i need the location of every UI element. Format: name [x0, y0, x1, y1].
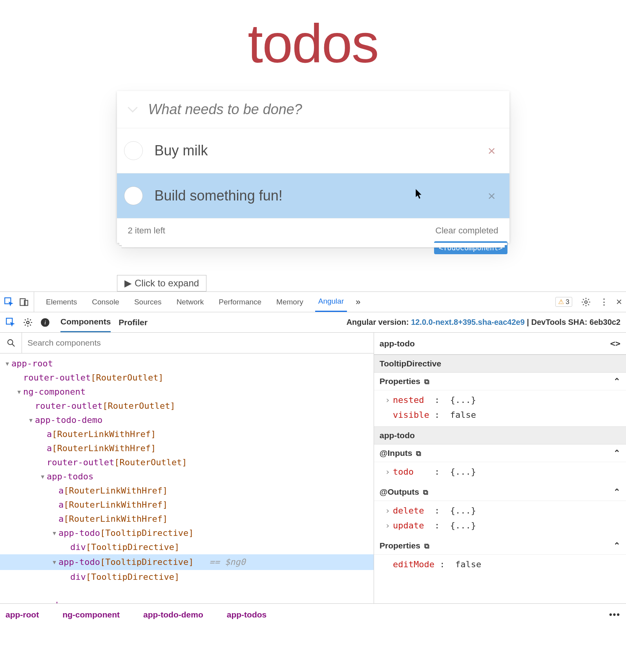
chevron-right-icon[interactable]: ›	[385, 518, 393, 533]
tree-node[interactable]: ▾app-todo[TooltipDirective] == $ng0	[0, 554, 374, 570]
component-tag: a	[47, 443, 52, 453]
tree-node[interactable]: a[RouterLinkWithHref]	[0, 441, 374, 455]
property-key: delete	[393, 506, 424, 515]
tree-node[interactable]: app-heavy	[0, 598, 374, 603]
view-source-icon[interactable]: <>	[610, 339, 621, 348]
chevron-down-icon[interactable]: ▾	[40, 470, 46, 484]
chevron-right-icon[interactable]: ›	[385, 503, 393, 518]
tree-node[interactable]: div[TooltipDirective]	[0, 540, 374, 554]
expand-label: Click to expand	[135, 278, 199, 289]
component-search-input[interactable]	[22, 338, 374, 348]
chevron-up-icon[interactable]: ⌃	[613, 541, 621, 550]
tab-sources[interactable]: Sources	[131, 292, 165, 312]
property-row[interactable]: editMode : false	[385, 557, 621, 572]
chevron-up-icon[interactable]: ⌃	[613, 487, 621, 497]
settings-gear-icon[interactable]	[23, 317, 33, 328]
tab-memory[interactable]: Memory	[273, 292, 307, 312]
tree-node[interactable]: a[RouterLinkWithHref]	[0, 498, 374, 512]
property-row[interactable]: ›nested : {...}	[385, 393, 621, 408]
chevron-down-icon[interactable]: ▾	[16, 385, 22, 399]
property-row[interactable]: ›todo : {...}	[385, 464, 621, 479]
tree-node[interactable]: a[RouterLinkWithHref]	[0, 484, 374, 498]
angular-body: ▾app-rootrouter-outlet[RouterOutlet]▾ng-…	[0, 333, 626, 603]
tree-node[interactable]: ▾app-todo-demo	[0, 413, 374, 427]
tab-angular[interactable]: Angular	[315, 292, 347, 312]
todo-label[interactable]: Build something fun!	[155, 188, 488, 204]
component-breadcrumbs: app-root ng-component app-todo-demo app-…	[0, 603, 626, 625]
device-toolbar-icon[interactable]	[19, 297, 29, 307]
open-external-icon[interactable]: ⧉	[423, 488, 428, 496]
chevron-right-icon[interactable]: ›	[385, 464, 393, 479]
todo-checkbox[interactable]	[124, 186, 143, 205]
angular-tab-profiler[interactable]: Profiler	[119, 312, 148, 332]
tree-node[interactable]: a[RouterLinkWithHref]	[0, 512, 374, 526]
tree-node[interactable]: router-outlet[RouterOutlet]	[0, 371, 374, 385]
inspect-element-icon[interactable]	[4, 297, 14, 307]
svg-line-9	[12, 344, 14, 346]
todo-item[interactable]: Build something fun! ×	[117, 173, 509, 219]
property-group-header[interactable]: @Inputs ⧉⌃	[374, 444, 626, 462]
tree-node[interactable]: ▾app-todo[TooltipDirective]	[0, 526, 374, 540]
warnings-badge[interactable]: ⚠3	[555, 297, 572, 307]
property-group-header[interactable]: @Outputs ⧉⌃	[374, 483, 626, 501]
property-value: : {...}	[424, 506, 476, 515]
property-group-header[interactable]: Properties ⧉⌃	[374, 537, 626, 555]
property-row[interactable]: visible : false	[385, 408, 621, 423]
chevron-up-icon[interactable]: ⌃	[613, 377, 621, 386]
angular-version-link[interactable]: 12.0.0-next.8+395.sha-eac42e9	[411, 318, 525, 326]
breadcrumb-item[interactable]: app-root	[5, 610, 39, 619]
click-to-expand-button[interactable]: ▶ Click to expand	[117, 275, 206, 291]
tab-console[interactable]: Console	[89, 292, 122, 312]
search-icon[interactable]	[0, 333, 22, 353]
property-row[interactable]: ›delete : {...}	[385, 503, 621, 518]
open-external-icon[interactable]: ⧉	[424, 378, 429, 386]
property-list: ›nested : {...}visible : false	[374, 390, 626, 426]
breadcrumb-item[interactable]: app-todo-demo	[143, 610, 203, 619]
chevron-up-icon[interactable]: ⌃	[613, 448, 621, 458]
toggle-all-icon[interactable]	[117, 106, 148, 113]
tree-node[interactable]: a[RouterLinkWithHref]	[0, 427, 374, 441]
inspect-component-icon[interactable]	[5, 317, 16, 328]
open-external-icon[interactable]: ⧉	[424, 542, 429, 550]
tabs-overflow-icon[interactable]: »	[356, 297, 360, 307]
todo-footer: 2 item left Clear completed	[117, 219, 509, 243]
clear-completed-button[interactable]: Clear completed	[435, 226, 498, 236]
breadcrumb-overflow-icon[interactable]: •••	[609, 610, 621, 620]
tree-node[interactable]: router-outlet[RouterOutlet]	[0, 399, 374, 413]
chevron-down-icon[interactable]: ▾	[28, 413, 34, 427]
tree-node[interactable]	[0, 584, 374, 598]
component-tree[interactable]: ▾app-rootrouter-outlet[RouterOutlet]▾ng-…	[0, 353, 374, 603]
chevron-right-icon[interactable]: ›	[385, 393, 393, 408]
todo-label[interactable]: Buy milk	[155, 142, 488, 159]
tab-elements[interactable]: Elements	[43, 292, 80, 312]
tab-network[interactable]: Network	[173, 292, 207, 312]
settings-icon[interactable]	[581, 297, 591, 307]
property-row[interactable]: ›update : {...}	[385, 518, 621, 533]
chevron-down-icon[interactable]: ▾	[52, 526, 57, 540]
tab-performance[interactable]: Performance	[215, 292, 265, 312]
chevron-down-icon[interactable]: ▾	[52, 555, 57, 569]
breadcrumb-item[interactable]: app-todos	[227, 610, 266, 619]
tree-node[interactable]: div[TooltipDirective]	[0, 570, 374, 584]
close-icon[interactable]: ×	[616, 296, 622, 308]
todo-delete-button[interactable]: ×	[488, 188, 496, 204]
tree-node[interactable]: ▾ng-component	[0, 385, 374, 399]
section-title: TooltipDirective	[374, 355, 626, 373]
open-external-icon[interactable]: ⧉	[416, 450, 421, 457]
todo-checkbox[interactable]	[124, 141, 143, 160]
tree-node[interactable]: router-outlet[RouterOutlet]	[0, 455, 374, 470]
todo-delete-button[interactable]: ×	[488, 143, 496, 158]
tree-node[interactable]: ▾app-root	[0, 357, 374, 371]
todo-item[interactable]: Buy milk ×	[117, 128, 509, 173]
info-icon[interactable]: i	[40, 317, 50, 328]
new-todo-input[interactable]	[148, 101, 509, 118]
property-value: : false	[429, 410, 476, 420]
tree-node[interactable]: ▾app-todos	[0, 470, 374, 484]
chevron-down-icon[interactable]: ▾	[5, 357, 10, 371]
property-group-header[interactable]: Properties ⧉⌃	[374, 373, 626, 390]
kebab-menu-icon[interactable]: ⋮	[600, 297, 608, 307]
property-value: : {...}	[424, 521, 476, 530]
breadcrumb-item[interactable]: ng-component	[62, 610, 120, 619]
angular-tab-components[interactable]: Components	[60, 312, 111, 332]
svg-point-8	[7, 340, 13, 345]
